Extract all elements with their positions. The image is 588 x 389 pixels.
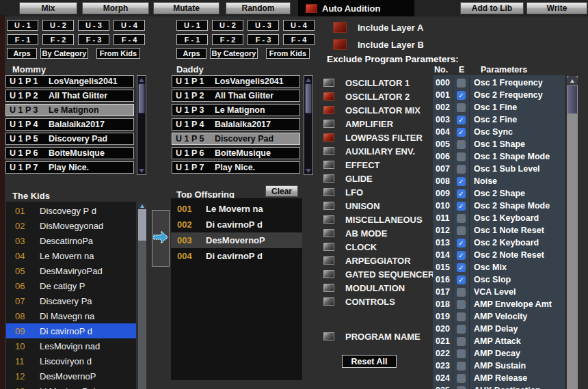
parameter-row[interactable]: 009 Osc 2 Shape bbox=[433, 187, 565, 200]
category-checkbox[interactable] bbox=[323, 106, 334, 114]
parameter-checkbox[interactable] bbox=[457, 251, 466, 260]
parameter-row[interactable]: 023 AMP Sustain bbox=[433, 360, 565, 372]
parameter-row[interactable]: 024 AMP Release bbox=[433, 372, 565, 384]
category-checkbox[interactable] bbox=[323, 284, 334, 292]
scroll-thumb[interactable] bbox=[567, 86, 577, 113]
parameter-checkbox[interactable] bbox=[457, 91, 466, 100]
bank-button[interactable]: F - 2 bbox=[212, 34, 243, 45]
bank-button[interactable]: U - 1 bbox=[176, 20, 208, 31]
parameter-row[interactable]: 015 Osc Mix bbox=[433, 261, 565, 273]
include-layer-b-checkbox[interactable] bbox=[333, 39, 347, 50]
mode-button[interactable]: Arps bbox=[7, 48, 37, 59]
parameter-checkbox[interactable] bbox=[457, 386, 466, 389]
parameter-row[interactable]: 019 AMP Velocity bbox=[433, 310, 565, 323]
parameter-row[interactable]: 021 AMP Attack bbox=[433, 335, 565, 347]
category-checkbox[interactable] bbox=[323, 147, 334, 155]
patch-row[interactable]: U 1 P 6 BoiteMusique bbox=[5, 147, 134, 159]
patch-row[interactable]: U 1 P 3 Le Matignon bbox=[5, 104, 134, 116]
scroll-down-icon[interactable] bbox=[304, 167, 312, 174]
bank-button[interactable]: F - 4 bbox=[283, 34, 315, 45]
patch-row[interactable]: U 1 P 1 LosVangelis2041 bbox=[172, 75, 300, 88]
kids-row[interactable]: 07 Discavery Pa bbox=[6, 293, 136, 308]
patch-row[interactable]: U 1 P 7 Play Nice. bbox=[5, 161, 134, 174]
send-to-offspring-button[interactable] bbox=[152, 210, 170, 267]
mode-button[interactable]: By Category bbox=[210, 48, 258, 59]
patch-row[interactable]: U 1 P 5 Discovery Pad bbox=[5, 133, 134, 145]
category-checkbox[interactable] bbox=[323, 270, 334, 278]
parameter-row[interactable]: 001 Osc 2 Frequency bbox=[433, 89, 565, 101]
parameter-checkbox[interactable] bbox=[457, 362, 466, 371]
toolbar-button[interactable]: Random bbox=[226, 2, 291, 14]
mode-button[interactable]: From Kids bbox=[96, 48, 140, 59]
parameter-checkbox[interactable] bbox=[457, 312, 466, 321]
toolbar-button[interactable]: Mix bbox=[19, 2, 77, 14]
parameter-row[interactable]: 007 Osc 1 Sub Level bbox=[433, 163, 565, 175]
parameter-checkbox[interactable] bbox=[457, 152, 466, 161]
mode-button[interactable]: Arps bbox=[176, 48, 206, 59]
parameter-row[interactable]: 010 Osc 2 Shape Mode bbox=[433, 200, 565, 212]
parameter-checkbox[interactable] bbox=[457, 337, 466, 346]
include-layer-a-checkbox[interactable] bbox=[333, 22, 347, 33]
patch-row[interactable]: U 1 P 1 LosVangelis2041 bbox=[5, 75, 134, 88]
patch-row[interactable]: U 1 P 6 BoiteMusique bbox=[172, 147, 300, 159]
parameter-checkbox[interactable] bbox=[457, 349, 466, 358]
parameter-row[interactable]: 016 Osc Slop bbox=[433, 273, 565, 286]
bank-button[interactable]: U - 2 bbox=[42, 20, 74, 31]
kids-row[interactable]: 11 Liscoviryon d bbox=[6, 353, 136, 368]
patch-row[interactable]: U 1 P 7 Play Nice. bbox=[172, 161, 300, 174]
category-checkbox[interactable] bbox=[323, 297, 334, 306]
parameter-checkbox[interactable] bbox=[457, 325, 466, 334]
category-checkbox[interactable] bbox=[323, 243, 334, 251]
category-checkbox[interactable] bbox=[323, 174, 334, 183]
patch-row[interactable]: U 1 P 2 All That Glitter bbox=[5, 90, 134, 102]
scroll-up-icon[interactable] bbox=[137, 76, 146, 83]
daddy-list-scrollbar[interactable] bbox=[304, 75, 313, 175]
parameter-row[interactable]: 017 VCA Level bbox=[433, 286, 565, 298]
offspring-row[interactable]: 001 Le Movern na bbox=[171, 201, 302, 217]
scroll-up-icon[interactable] bbox=[567, 76, 578, 85]
parameter-row[interactable]: 004 Osc Sync bbox=[433, 126, 565, 138]
parameter-checkbox[interactable] bbox=[457, 214, 466, 223]
kids-row[interactable]: 06 De catigy P bbox=[6, 278, 136, 293]
parameter-row[interactable]: 014 Osc 2 Note Reset bbox=[433, 249, 565, 261]
offspring-row[interactable]: 004 Di cavirnoP d bbox=[171, 248, 302, 264]
parameter-checkbox[interactable] bbox=[457, 374, 466, 383]
patch-row[interactable]: U 1 P 5 Discovery Pad bbox=[172, 133, 300, 145]
patch-row[interactable]: U 1 P 4 Balalaika2017 bbox=[5, 118, 134, 131]
patch-row[interactable]: U 1 P 2 All That Glitter bbox=[172, 90, 300, 102]
parameter-checkbox[interactable] bbox=[457, 276, 466, 284]
bank-button[interactable]: U - 4 bbox=[113, 20, 145, 31]
parameter-table-scrollbar[interactable] bbox=[567, 76, 578, 389]
parameter-checkbox[interactable] bbox=[457, 177, 466, 186]
toolbar-button[interactable]: Morph bbox=[82, 2, 149, 14]
mode-button[interactable]: By Category bbox=[40, 48, 88, 59]
kids-row[interactable]: 05 DesMaviryoPad bbox=[6, 263, 136, 278]
parameter-checkbox[interactable] bbox=[457, 189, 466, 198]
add-to-lib-button[interactable]: Add to Lib bbox=[460, 2, 524, 14]
parameter-row[interactable]: 003 Osc 2 Fine bbox=[433, 113, 565, 126]
category-checkbox[interactable] bbox=[323, 202, 334, 210]
parameter-checkbox[interactable] bbox=[457, 300, 466, 309]
category-checkbox[interactable] bbox=[323, 92, 334, 100]
parameter-row[interactable]: 008 Noise bbox=[433, 175, 565, 187]
kids-row[interactable]: 09 Di cavirnoP d bbox=[6, 323, 136, 338]
clear-button[interactable]: Clear bbox=[265, 185, 298, 197]
parameter-checkbox[interactable] bbox=[457, 103, 466, 112]
toolbar-button[interactable]: Mutate bbox=[153, 2, 219, 14]
category-checkbox[interactable] bbox=[323, 229, 334, 237]
parameter-row[interactable]: 005 Osc 1 Shape bbox=[433, 138, 565, 150]
parameter-checkbox[interactable] bbox=[457, 202, 466, 211]
category-checkbox[interactable] bbox=[323, 161, 334, 169]
parameter-row[interactable]: 022 AMP Decay bbox=[433, 347, 565, 360]
offspring-row[interactable]: 002 Di cavirnoP d bbox=[171, 217, 302, 232]
parameter-checkbox[interactable] bbox=[457, 288, 466, 297]
offspring-row[interactable]: 003 DesMovernoP bbox=[171, 232, 302, 248]
parameter-row[interactable]: 012 Osc 1 Note Reset bbox=[433, 224, 565, 237]
kids-row[interactable]: 10 LesMovign nad bbox=[6, 338, 136, 353]
kids-list-scrollbar[interactable] bbox=[138, 202, 146, 389]
category-checkbox[interactable] bbox=[323, 120, 334, 128]
parameter-checkbox[interactable] bbox=[457, 79, 466, 88]
parameter-checkbox[interactable] bbox=[457, 165, 466, 174]
category-checkbox[interactable] bbox=[323, 256, 334, 265]
category-checkbox[interactable] bbox=[323, 188, 334, 196]
